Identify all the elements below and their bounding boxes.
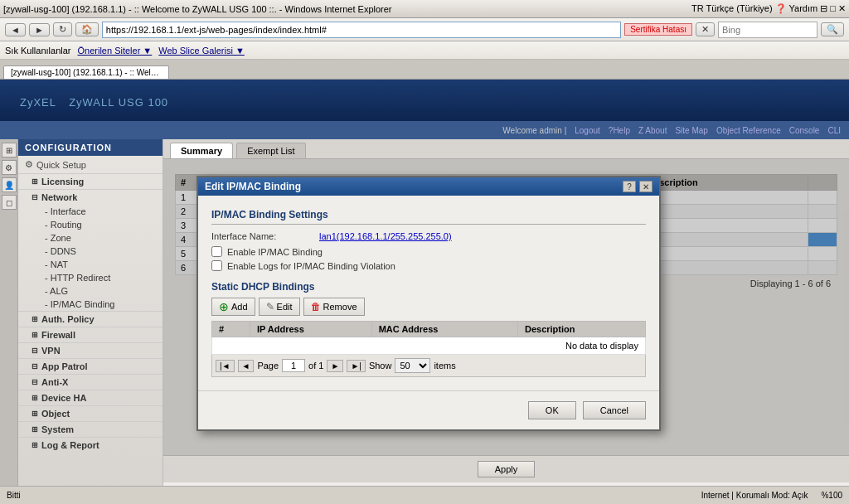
edit-label: Edit [277,302,293,312]
sidebar-item-ddns[interactable]: - DDNS [18,245,163,258]
tab-exempt-list[interactable]: Exempt List [236,143,305,158]
nav-back-button[interactable]: ◄ [5,23,26,36]
fav-web-slice-gallery[interactable]: Web Slice Galerisi ▼ [158,46,245,56]
edit-button[interactable]: ✎ Edit [259,298,300,316]
search-input[interactable] [718,22,817,38]
add-button[interactable]: ⊕ Add [211,298,255,316]
console-link[interactable]: Console [789,126,820,135]
sidebar-item-nat[interactable]: - NAT [18,258,163,271]
pag-prev-button[interactable]: ◄ [238,360,255,372]
statusbar-right: Internet | Korumalı Mod: Açık %100 [701,491,842,500]
enable-ipmac-row: Enable IP/MAC Binding [211,246,646,257]
app-logo: ZyXEL ZyWALL USG 100 [13,90,168,111]
sidebar-section-deviceha: ⊞ Device HA [18,390,163,405]
app-topbar: Welcome admin | Logout ?Help Z About Sit… [0,121,849,139]
sidebar-section-network: ⊟ Network - Interface - Routing - Zone -… [18,189,163,311]
nav-refresh-button[interactable]: ↻ [53,22,72,36]
remove-button[interactable]: 🗑 Remove [303,298,365,316]
sidebar-section-header-apppatrol[interactable]: ⊟ App Patrol [18,359,163,374]
sidebar-quicksetup[interactable]: ⚙ Quick Setup [18,156,163,173]
show-label: Show [369,361,392,371]
section-label-deviceha: Device HA [41,393,86,403]
browser-tabs: [zywall-usg-100] (192.168.1.1) - :: Welc… [0,60,849,80]
sidebar-item-ipmac[interactable]: - IP/MAC Binding [18,298,163,311]
sidebar-section-system: ⊞ System [18,421,163,437]
cert-error-button[interactable]: Sertifika Hatası [624,23,692,36]
sidebar-section-header-licensing[interactable]: ⊞ Licensing [18,174,163,189]
tab-summary[interactable]: Summary [170,143,233,158]
static-dhcp-table: # IP Address MAC Address Description [211,321,646,355]
address-bar[interactable] [102,22,621,38]
sidebar-section-header-vpn[interactable]: ⊟ VPN [18,343,163,358]
apply-bar: Apply [163,455,849,482]
show-select[interactable]: 50 25 100 [395,358,430,373]
sidebar-section-header-antix[interactable]: ⊟ Anti-X [18,375,163,390]
sidebar-item-interface[interactable]: - Interface [18,205,163,218]
enable-logs-row: Enable Logs for IP/MAC Binding Violation [211,260,646,271]
section-label-network: Network [41,192,77,202]
expand-icon-deviceha: ⊞ [32,394,38,402]
logout-link[interactable]: Logout [575,126,600,135]
section-label-vpn: VPN [41,346,61,356]
sidebar-section-header-firewall[interactable]: ⊞ Firewall [18,327,163,342]
sidebar-section-header-network[interactable]: ⊟ Network [18,190,163,205]
browser-title: [zywall-usg-100] (192.168.1.1) - :: Welc… [3,4,392,14]
sidebar-section-header-log[interactable]: ⊞ Log & Report [18,438,163,453]
nav-forward-button[interactable]: ► [29,23,50,36]
modal-section-title: IP/MAC Binding Settings [211,209,646,225]
sidebar-section-header-system[interactable]: ⊞ System [18,422,163,437]
pag-next-button[interactable]: ► [327,360,343,372]
expand-icon-vpn: ⊟ [32,346,38,355]
left-icon-4[interactable]: ◻ [2,195,17,210]
enable-ipmac-checkbox[interactable] [211,246,222,257]
modal-col-ip: IP Address [250,322,371,337]
sidebar-section-header-auth[interactable]: ⊞ Auth. Policy [18,312,163,327]
sidebar-item-alg[interactable]: - ALG [18,284,163,298]
modal-col-hash: # [212,322,250,337]
cancel-button[interactable]: Cancel [583,401,646,419]
pag-last-button[interactable]: ►| [347,360,366,372]
interface-label: Interface Name: [211,231,319,241]
objref-link[interactable]: Object Reference [716,126,781,135]
modal-title: Edit IP/MAC Binding [205,181,301,192]
sidebar-section-header-object[interactable]: ⊞ Object [18,406,163,421]
enable-ipmac-label: Enable IP/MAC Binding [227,247,323,257]
expand-icon-system: ⊞ [32,425,38,434]
modal-close-button[interactable]: ✕ [639,181,653,192]
modal-body: IP/MAC Binding Settings Interface Name: … [198,196,659,390]
browser-tab-1[interactable]: [zywall-usg-100] (192.168.1.1) - :: Welc… [3,65,169,79]
expand-icon-apppatrol: ⊟ [32,362,38,371]
static-dhcp-section: Static DHCP Bindings ⊕ Add ✎ Edit [211,281,646,377]
app-header: ZyXEL ZyWALL USG 100 [0,80,849,121]
fav-recommended-sites[interactable]: Önerilen Siteler ▼ [78,46,153,56]
page-input[interactable] [282,359,305,372]
left-icon-1[interactable]: ⊞ [2,143,17,158]
pag-first-button[interactable]: |◄ [216,360,235,372]
cli-link[interactable]: CLI [827,126,841,135]
nav-stop-button[interactable]: ✕ [696,22,715,36]
remove-label: Remove [323,302,357,312]
sidebar-section-header-deviceha[interactable]: ⊞ Device HA [18,390,163,405]
about-link[interactable]: Z About [638,126,667,135]
modal-empty-row: No data to display [212,337,646,355]
sidebar-item-zone[interactable]: - Zone [18,231,163,245]
left-icon-2[interactable]: ⚙ [2,160,17,175]
help-link[interactable]: ?Help [609,126,630,135]
sidebar: CONFIGURATION ⚙ Quick Setup ⊞ Licensing … [18,139,163,486]
ok-button[interactable]: OK [528,401,576,419]
sidebar-item-routing[interactable]: - Routing [18,218,163,231]
browser-window-controls[interactable]: TR Türkçe (Türkiye) ❓ Yardım ⊟ □ ✕ [691,3,846,14]
left-icon-3[interactable]: 👤 [2,177,17,192]
modal-help-button[interactable]: ? [623,181,636,192]
statusbar-text: Bitti [7,491,21,500]
nav-home-button[interactable]: 🏠 [75,22,99,36]
favorites-label: Sık Kullanılanlar [5,46,71,56]
search-button[interactable]: 🔍 [821,22,844,36]
sitemap-link[interactable]: Site Map [675,126,707,135]
apply-button[interactable]: Apply [478,461,536,477]
enable-logs-checkbox[interactable] [211,260,222,271]
modal-footer: OK Cancel [198,390,659,429]
sidebar-item-http-redirect[interactable]: - HTTP Redirect [18,271,163,284]
sidebar-section-vpn: ⊟ VPN [18,342,163,358]
sidebar-left-icons: ⊞ ⚙ 👤 ◻ [0,139,18,486]
